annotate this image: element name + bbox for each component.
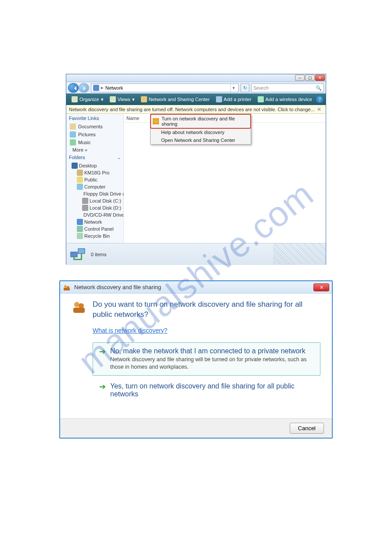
svg-rect-4	[64, 288, 70, 290]
menu-open-center[interactable]: Open Network and Sharing Center	[151, 136, 251, 144]
chevron-down-icon: ⌄	[117, 155, 121, 160]
tree-floppy[interactable]: Floppy Disk Drive (A	[68, 190, 122, 197]
search-placeholder: Search	[253, 85, 269, 91]
svg-rect-0	[71, 252, 77, 257]
network-discovery-dialog: Network discovery and file sharing ✕ Do …	[59, 280, 333, 439]
svg-point-2	[64, 285, 67, 288]
network-status-icon	[70, 246, 86, 263]
search-icon: 🔍	[316, 85, 322, 91]
help-button[interactable]: ?	[316, 96, 323, 103]
navigation-pane: Favorite Links Documents Pictures Music …	[66, 114, 124, 243]
folders-header[interactable]: Folders⌄	[66, 153, 123, 161]
breadcrumb-network[interactable]: Network	[105, 85, 123, 91]
disk-icon	[82, 198, 88, 204]
views-button[interactable]: Views▾	[107, 95, 137, 103]
add-wireless-button[interactable]: Add a wireless device	[255, 95, 315, 103]
command-bar: Organize▾ Views▾ Network and Sharing Cen…	[66, 94, 326, 105]
folder-icon	[77, 177, 83, 183]
desktop-icon	[72, 163, 78, 169]
favorite-music[interactable]: Music	[66, 138, 123, 146]
tree-desktop[interactable]: Desktop	[68, 162, 122, 169]
titlebar[interactable]: – ▢ ✕	[66, 74, 326, 82]
user-folder-icon	[77, 170, 83, 176]
explorer-window: – ▢ ✕ ▸ Network ▾ ↻ Search 🔍 Organize▾ V…	[66, 74, 326, 265]
dialog-close-button[interactable]: ✕	[313, 283, 329, 291]
option-private-network[interactable]: ➔ No, make the network that I am connect…	[93, 342, 320, 376]
tree-public[interactable]: Public	[68, 176, 122, 183]
what-is-discovery-link[interactable]: What is network discovery?	[93, 327, 167, 334]
option-public-networks[interactable]: ➔ Yes, turn on network discovery and fil…	[93, 377, 320, 403]
tree-recycle-bin[interactable]: Recycle Bin	[68, 232, 122, 239]
views-icon	[110, 96, 116, 102]
dialog-footer: Cancel	[60, 418, 332, 438]
organize-icon	[72, 96, 78, 102]
dialog-titlebar[interactable]: Network discovery and file sharing ✕	[60, 281, 332, 294]
resize-grip[interactable]	[273, 243, 326, 265]
address-dropdown[interactable]: ▾	[230, 84, 237, 92]
add-printer-button[interactable]: Add a printer	[213, 95, 254, 103]
dialog-title-icon	[63, 283, 71, 291]
computer-icon	[77, 184, 83, 190]
network-center-icon	[141, 96, 147, 102]
svg-rect-7	[73, 308, 85, 313]
tree-user[interactable]: KM18G Pro	[68, 169, 122, 176]
favorite-documents[interactable]: Documents	[66, 123, 123, 131]
content-pane[interactable]: Name Turn on network discovery and file …	[124, 114, 326, 243]
option-private-title: No, make the network that I am connected…	[110, 347, 314, 355]
status-bar: 0 items	[66, 243, 326, 265]
shield-icon	[153, 118, 159, 124]
forward-button[interactable]	[79, 83, 89, 93]
arrow-icon: ➔	[99, 382, 106, 391]
svg-rect-1	[78, 248, 85, 253]
info-bar-close[interactable]: ✕	[315, 106, 323, 112]
tree-local-c[interactable]: Local Disk (C:)	[68, 197, 122, 204]
option-private-desc: Network discovery and file sharing will …	[110, 356, 314, 371]
address-bar: ▸ Network ▾ ↻ Search 🔍	[66, 82, 326, 94]
favorites-header: Favorite Links	[66, 114, 123, 123]
dialog-heading-icon	[72, 300, 86, 315]
back-button[interactable]	[68, 83, 79, 93]
disk-icon	[82, 205, 88, 211]
maximize-button[interactable]: ▢	[305, 75, 315, 81]
menu-turn-on-discovery[interactable]: Turn on network discovery and file shari…	[150, 114, 251, 129]
documents-icon	[70, 123, 76, 130]
address-box[interactable]: ▸ Network ▾	[91, 83, 239, 92]
info-bar-text: Network discovery and file sharing are t…	[69, 107, 315, 112]
search-input[interactable]: Search 🔍	[251, 83, 324, 92]
arrow-icon: ➔	[99, 347, 106, 356]
tree-control-panel[interactable]: Control Panel	[68, 225, 122, 232]
organize-button[interactable]: Organize▾	[69, 95, 106, 103]
context-menu: Turn on network discovery and file shari…	[150, 114, 251, 145]
printer-icon	[216, 96, 222, 102]
network-tree-icon	[77, 219, 83, 225]
dialog-title-text: Network discovery and file sharing	[74, 284, 161, 290]
network-sharing-center-button[interactable]: Network and Sharing Center	[138, 95, 212, 103]
option-public-title: Yes, turn on network discovery and file …	[110, 382, 314, 398]
info-bar[interactable]: Network discovery and file sharing are t…	[66, 105, 326, 114]
pictures-icon	[70, 131, 76, 138]
status-text: 0 items	[91, 252, 106, 257]
network-icon	[93, 85, 99, 91]
music-icon	[70, 139, 76, 145]
favorite-pictures[interactable]: Pictures	[66, 131, 123, 138]
wireless-icon	[258, 96, 264, 102]
tree-network[interactable]: Network	[68, 218, 122, 225]
folder-tree: Desktop KM18G Pro Public Computer Floppy…	[66, 161, 123, 240]
favorite-more[interactable]: More »	[66, 146, 123, 153]
refresh-button[interactable]: ↻	[241, 83, 249, 92]
menu-help-discovery[interactable]: Help about network discovery	[151, 128, 251, 136]
cancel-button[interactable]: Cancel	[290, 423, 324, 434]
tree-local-d[interactable]: Local Disk (D:)	[68, 204, 122, 211]
recycle-bin-icon	[77, 233, 83, 239]
tree-dvd[interactable]: DVD/CD-RW Drive (	[68, 211, 122, 218]
minimize-button[interactable]: –	[295, 75, 305, 81]
tree-computer[interactable]: Computer	[68, 183, 122, 190]
control-panel-icon	[77, 226, 83, 232]
breadcrumb-separator: ▸	[101, 85, 104, 91]
dialog-heading: Do you want to turn on network discovery…	[93, 300, 320, 320]
close-button[interactable]: ✕	[315, 75, 325, 81]
